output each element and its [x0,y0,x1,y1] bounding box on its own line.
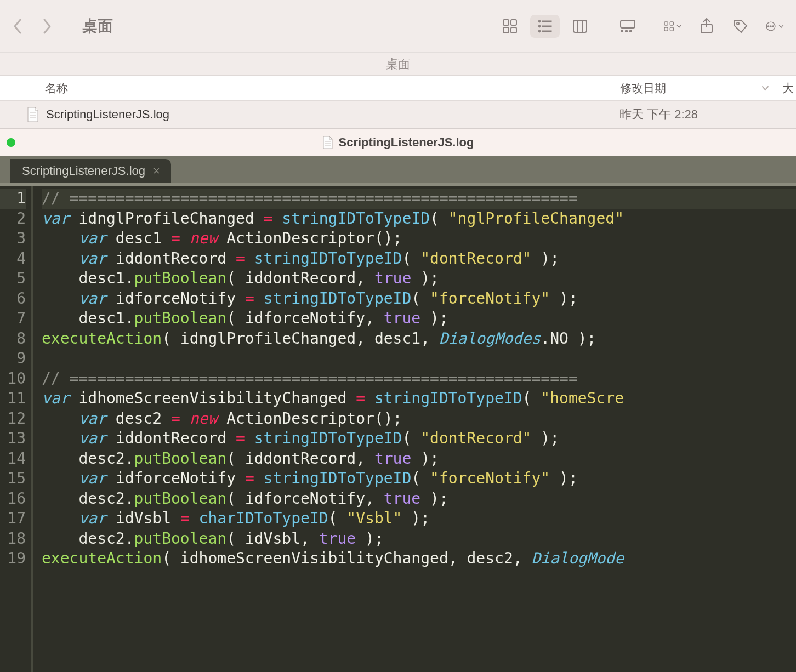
svg-rect-20 [670,27,673,31]
column-size-header[interactable]: 大 [780,76,796,100]
code-line[interactable]: desc2.putBoolean( iddontRecord, true ); [42,449,796,469]
svg-point-25 [770,25,771,26]
file-modified: 昨天 下午 2:28 [610,106,780,123]
tab-label: ScriptingListenerJS.log [22,164,145,178]
svg-rect-18 [670,21,673,25]
close-icon[interactable]: × [153,164,160,178]
svg-rect-0 [503,20,509,25]
svg-point-26 [772,25,774,26]
code-line[interactable]: desc2.putBoolean( idVsbl, true ); [42,529,796,549]
column-modified-header[interactable]: 修改日期 [610,76,780,100]
line-number: 16 [0,489,26,509]
code-line[interactable]: // =====================================… [42,369,796,389]
column-name-header[interactable]: 名称 [0,81,610,96]
code-line[interactable]: desc1.putBoolean( idforceNotify, true ); [42,309,796,329]
svg-rect-13 [621,20,635,28]
share-icon[interactable] [697,17,716,36]
svg-rect-7 [542,26,551,27]
window-controls [7,138,15,147]
sort-chevron-icon [761,84,770,93]
line-number-gutter: 12345678910111213141516171819 [0,186,32,672]
view-columns-icon[interactable] [571,17,589,36]
svg-point-22 [737,22,739,25]
code-line[interactable]: // =====================================… [42,189,796,209]
finder-toolbar: 桌面 [0,0,796,53]
file-row[interactable]: ScriptingListenerJS.log 昨天 下午 2:28 [0,101,796,128]
editor-titlebar: ScriptingListenerJS.log [0,128,796,156]
file-icon [26,107,39,122]
svg-rect-9 [542,31,551,32]
nav-forward-icon[interactable] [42,18,53,35]
code-line[interactable]: var idforceNotify = stringIDToTypeID( "f… [42,289,796,309]
line-number: 7 [0,309,26,329]
line-number: 5 [0,269,26,289]
code-line[interactable] [42,349,796,369]
line-number: 17 [0,509,26,529]
code-line[interactable]: var desc1 = new ActionDescriptor(); [42,229,796,249]
tags-icon[interactable] [731,17,750,36]
svg-rect-5 [542,21,551,22]
code-line[interactable]: var iddontRecord = stringIDToTypeID( "do… [42,429,796,449]
line-number: 19 [0,549,26,569]
line-number: 8 [0,329,26,349]
svg-point-4 [538,20,541,22]
finder-column-header: 名称 修改日期 大 [0,76,796,101]
line-number: 3 [0,229,26,249]
code-line[interactable]: var idnglProfileChanged = stringIDToType… [42,209,796,229]
line-number: 6 [0,289,26,309]
nav-back-icon[interactable] [12,18,23,35]
code-line[interactable]: var idforceNotify = stringIDToTypeID( "f… [42,469,796,489]
svg-rect-3 [511,27,516,33]
line-number: 1 [0,189,26,209]
code-line[interactable]: executeAction( idnglProfileChanged, desc… [42,329,796,349]
line-number: 18 [0,529,26,549]
line-number: 11 [0,389,26,409]
code-line[interactable]: desc2.putBoolean( idforceNotify, true ); [42,489,796,509]
svg-rect-15 [625,30,628,32]
svg-rect-19 [664,27,668,31]
code-editor[interactable]: 12345678910111213141516171819 // =======… [0,186,796,672]
line-number: 10 [0,369,26,389]
finder-location-title: 桌面 [82,16,113,37]
code-line[interactable]: var idhomeScreenVisibilityChanged = stri… [42,389,796,409]
group-by-icon[interactable] [663,17,682,36]
code-line[interactable]: executeAction( idhomeScreenVisibilityCha… [42,549,796,569]
code-line[interactable]: desc1.putBoolean( iddontRecord, true ); [42,269,796,289]
code-line[interactable]: var iddontRecord = stringIDToTypeID( "do… [42,249,796,269]
svg-rect-16 [629,30,632,32]
toolbar-divider [604,18,604,35]
finder-pathbar: 桌面 [0,53,796,76]
svg-rect-2 [503,27,509,33]
code-content[interactable]: // =====================================… [32,186,796,672]
more-icon[interactable] [765,17,784,36]
code-line[interactable]: var idVsbl = charIDToTypeID( "Vsbl" ); [42,509,796,529]
editor-tab[interactable]: ScriptingListenerJS.log × [10,159,171,183]
window-zoom-icon[interactable] [7,138,15,147]
view-gallery-icon[interactable] [618,17,637,36]
view-icons-icon[interactable] [501,17,519,36]
svg-point-24 [768,25,769,26]
line-number: 2 [0,209,26,229]
svg-rect-17 [664,21,668,25]
editor-tabstrip: ScriptingListenerJS.log × [0,156,796,183]
view-list-button[interactable] [530,15,560,38]
svg-rect-10 [573,20,587,32]
svg-point-6 [538,25,541,27]
editor-title: ScriptingListenerJS.log [339,135,474,150]
line-number: 4 [0,249,26,269]
document-icon [322,136,333,149]
file-name: ScriptingListenerJS.log [46,107,610,122]
pathbar-label: 桌面 [386,56,410,72]
view-list-icon [536,17,554,36]
line-number: 15 [0,469,26,489]
svg-point-8 [538,30,541,32]
line-number: 13 [0,429,26,449]
line-number: 14 [0,449,26,469]
line-number: 12 [0,409,26,429]
line-number: 9 [0,349,26,369]
svg-rect-14 [621,30,623,32]
svg-rect-1 [511,20,516,25]
code-line[interactable]: var desc2 = new ActionDescriptor(); [42,409,796,429]
